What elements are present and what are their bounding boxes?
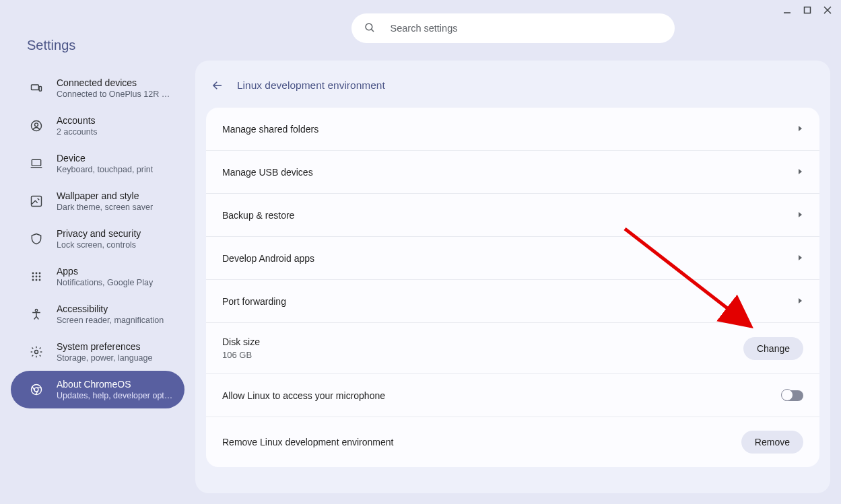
sidebar-item-accessibility[interactable]: Accessibility Screen reader, magnificati… <box>11 295 184 333</box>
disk-size-value: 106 GB <box>222 350 260 360</box>
svg-line-25 <box>371 29 374 32</box>
svg-point-18 <box>36 279 38 281</box>
sidebar-item-label: Accessibility <box>57 303 164 314</box>
row-remove-linux: Remove Linux development environment Rem… <box>206 417 819 467</box>
sidebar-item-device[interactable]: Device Keyboard, touchpad, print <box>11 145 184 182</box>
svg-point-20 <box>35 310 37 312</box>
row-allow-microphone: Allow Linux to access your microphone <box>206 374 819 417</box>
shield-icon <box>30 232 43 246</box>
sidebar-item-label: About ChromeOS <box>57 379 174 390</box>
row-label: Port forwarding <box>222 296 286 307</box>
chevron-right-icon <box>797 210 803 220</box>
svg-point-21 <box>35 351 38 354</box>
laptop-icon <box>30 157 43 170</box>
chrome-icon <box>30 383 43 396</box>
content-card: Linux development environment Manage sha… <box>195 61 830 493</box>
gear-icon <box>30 345 43 359</box>
chevron-right-icon <box>797 296 803 306</box>
svg-point-16 <box>39 276 41 278</box>
chevron-right-icon <box>797 253 803 263</box>
sidebar-item-sub: Storage, power, language <box>57 353 152 363</box>
sidebar-item-label: Accounts <box>57 115 97 126</box>
sidebar-item-system-preferences[interactable]: System preferences Storage, power, langu… <box>11 333 184 371</box>
search-box[interactable] <box>351 13 675 43</box>
row-develop-android[interactable]: Develop Android apps <box>206 237 819 280</box>
accounts-icon <box>30 119 43 133</box>
main-content: Linux development environment Manage sha… <box>195 22 841 504</box>
remove-button[interactable]: Remove <box>741 431 803 454</box>
microphone-toggle[interactable] <box>782 390 803 401</box>
sidebar-item-wallpaper[interactable]: Wallpaper and style Dark theme, screen s… <box>11 182 184 220</box>
chevron-right-icon <box>797 124 803 134</box>
svg-point-14 <box>32 276 34 278</box>
row-label: Allow Linux to access your microphone <box>222 390 385 401</box>
row-label: Manage shared folders <box>222 124 318 135</box>
svg-point-17 <box>32 279 34 281</box>
accessibility-icon <box>30 308 43 321</box>
row-label: Manage USB devices <box>222 167 313 178</box>
svg-rect-4 <box>32 85 39 90</box>
search-icon <box>364 22 376 36</box>
style-icon <box>30 194 43 208</box>
svg-rect-8 <box>32 159 40 166</box>
devices-icon <box>30 81 43 95</box>
sidebar: Settings Connected devices Connected to … <box>0 22 195 504</box>
row-label: Remove Linux development environment <box>222 437 393 447</box>
sidebar-item-apps[interactable]: Apps Notifications, Google Play <box>11 258 184 295</box>
page-title: Linux development environment <box>237 79 385 92</box>
sidebar-item-label: Privacy and security <box>57 228 141 239</box>
app-title: Settings <box>0 38 195 69</box>
row-label: Disk size <box>222 336 260 347</box>
sidebar-item-label: Wallpaper and style <box>57 190 153 201</box>
svg-rect-5 <box>39 87 41 92</box>
sidebar-item-privacy[interactable]: Privacy and security Lock screen, contro… <box>11 220 184 258</box>
row-manage-shared-folders[interactable]: Manage shared folders <box>206 108 819 151</box>
sidebar-item-sub: 2 accounts <box>57 127 97 137</box>
settings-list: Manage shared folders Manage USB devices… <box>206 108 819 467</box>
sidebar-item-connected-devices[interactable]: Connected devices Connected to OnePlus 1… <box>11 69 184 107</box>
sidebar-item-sub: Updates, help, developer options <box>57 391 174 400</box>
sidebar-item-label: Connected devices <box>57 77 174 88</box>
row-label: Backup & restore <box>222 210 294 221</box>
sidebar-item-label: Device <box>57 153 153 164</box>
sidebar-item-label: System preferences <box>57 341 152 352</box>
close-icon[interactable] <box>823 6 832 16</box>
row-disk-size: Disk size 106 GB Change <box>206 323 819 374</box>
sidebar-item-sub: Connected to OnePlus 12R Gens… <box>57 89 174 99</box>
sidebar-item-sub: Notifications, Google Play <box>57 278 153 287</box>
svg-point-19 <box>39 279 41 281</box>
svg-point-12 <box>36 273 38 275</box>
sidebar-item-sub: Lock screen, controls <box>57 240 141 250</box>
sidebar-item-accounts[interactable]: Accounts 2 accounts <box>11 107 184 145</box>
chevron-right-icon <box>797 167 803 177</box>
change-button[interactable]: Change <box>743 337 803 360</box>
sidebar-item-label: Apps <box>57 266 153 277</box>
apps-grid-icon <box>30 270 43 283</box>
svg-point-15 <box>36 276 38 278</box>
sidebar-item-sub: Screen reader, magnification <box>57 316 164 325</box>
svg-point-24 <box>366 24 372 30</box>
sidebar-item-sub: Keyboard, touchpad, print <box>57 165 153 174</box>
sidebar-item-sub: Dark theme, screen saver <box>57 203 153 212</box>
minimize-icon[interactable] <box>783 6 791 16</box>
sidebar-item-about-chromeos[interactable]: About ChromeOS Updates, help, developer … <box>11 371 184 408</box>
back-button[interactable] <box>211 79 224 92</box>
svg-rect-1 <box>805 7 811 13</box>
search-input[interactable] <box>391 23 663 34</box>
svg-point-13 <box>39 273 41 275</box>
svg-point-7 <box>35 123 38 127</box>
row-label: Develop Android apps <box>222 253 314 264</box>
row-port-forwarding[interactable]: Port forwarding <box>206 280 819 323</box>
row-backup-restore[interactable]: Backup & restore <box>206 194 819 237</box>
row-manage-usb-devices[interactable]: Manage USB devices <box>206 151 819 194</box>
svg-point-11 <box>32 273 34 275</box>
maximize-icon[interactable] <box>803 6 811 16</box>
